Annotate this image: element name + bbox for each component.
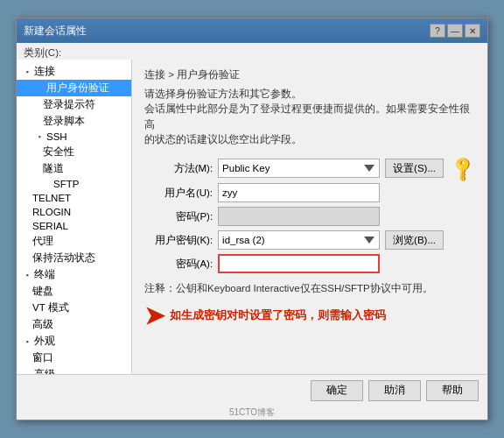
sidebar-label-sftp: SFTP — [53, 179, 79, 189]
main-dialog: 新建会话属性 ? — ✕ 类别(C): ▪ 连接 用户身份验证 登录提示符 — [16, 18, 488, 420]
help-footer-button[interactable]: 帮助 — [426, 380, 479, 401]
main-content: 连接 > 用户身份验证 请选择身份验证方法和其它参数。 会话属性中此部分是为了登… — [132, 60, 487, 374]
arrow-icon: ➤ — [144, 304, 164, 328]
password-row: 密码(P): — [144, 207, 475, 226]
sidebar-item-serial[interactable]: SERIAL — [17, 219, 131, 233]
sidebar-item-window[interactable]: 窗口 — [17, 350, 131, 366]
user-key-select[interactable]: id_rsa (2) — [218, 230, 380, 250]
sidebar-item-tunnel[interactable]: 隧道 — [17, 160, 131, 177]
title-bar-buttons: ? — ✕ — [430, 24, 480, 38]
sidebar-label-tunnel: 隧道 — [43, 162, 64, 175]
sidebar-label-keyboard: 键盘 — [32, 285, 53, 298]
sidebar-label-advanced-terminal: 高级 — [32, 318, 53, 331]
breadcrumb: 连接 > 用户身份验证 — [144, 68, 475, 81]
expand-icon-terminal: ▪ — [20, 271, 34, 279]
password-label: 密码(P): — [144, 210, 213, 223]
username-row: 用户名(U): — [144, 183, 475, 202]
sidebar-label-connect: 连接 — [34, 65, 55, 78]
cancel-button[interactable]: 助消 — [368, 380, 421, 401]
sidebar-item-keyboard[interactable]: 键盘 — [17, 283, 131, 300]
sidebar-item-proxy[interactable]: 代理 — [17, 233, 131, 250]
sidebar-item-telnet[interactable]: TELNET — [17, 191, 131, 205]
key-icon: 🔑 — [447, 153, 478, 184]
username-label: 用户名(U): — [144, 187, 213, 200]
sidebar-label-auth: 用户身份验证 — [46, 81, 109, 95]
dialog-body: ▪ 连接 用户身份验证 登录提示符 登录脚本 ▪ SSH 安全性 隧道 — [17, 60, 487, 374]
sidebar-label-terminal: 终端 — [34, 268, 55, 281]
sidebar-item-terminal[interactable]: ▪ 终端 — [17, 266, 131, 283]
close-button[interactable]: ✕ — [465, 24, 480, 38]
note: 注释：公钥和Keyboard Interactive仅在SSH/SFTP协议中可… — [144, 282, 475, 295]
sidebar-label-telnet: TELNET — [32, 193, 71, 203]
sidebar-item-auth[interactable]: 用户身份验证 — [17, 80, 131, 96]
title-bar: 新建会话属性 ? — ✕ — [17, 18, 487, 43]
passphrase-label: 密码(A): — [144, 258, 213, 271]
sidebar-label-appearance: 外观 — [34, 335, 55, 348]
sidebar-label-login-script: 登录脚本 — [43, 115, 85, 128]
sidebar-label-ssh: SSH — [46, 131, 67, 142]
dialog-title: 新建会话属性 — [24, 24, 87, 39]
sidebar-item-advanced-terminal[interactable]: 高级 — [17, 316, 131, 333]
expand-icon-ssh: ▪ — [32, 132, 46, 141]
sidebar-label-vt-mode: VT 模式 — [32, 301, 69, 314]
user-key-label: 用户密钥(K): — [144, 234, 213, 247]
hint-row: ➤ 如生成密钥对时设置了密码，则需输入密码 — [144, 307, 475, 328]
sidebar-item-advanced[interactable]: ▪ 高级 — [17, 366, 131, 374]
sidebar-label-proxy: 代理 — [32, 235, 53, 248]
hint-container: ➤ 如生成密钥对时设置了密码，则需输入密码 — [144, 307, 475, 328]
minimize-button[interactable]: — — [447, 24, 463, 38]
sidebar-item-keepalive[interactable]: 保持活动状态 — [17, 250, 131, 266]
sidebar: ▪ 连接 用户身份验证 登录提示符 登录脚本 ▪ SSH 安全性 隧道 — [17, 60, 132, 374]
sidebar-item-sftp[interactable]: SFTP — [17, 177, 131, 191]
form: 方法(M): Public Key 设置(S)... 🔑 用户名(U): — [144, 158, 475, 273]
category-label: 类别(C): — [17, 43, 487, 60]
sidebar-item-vt-mode[interactable]: VT 模式 — [17, 300, 131, 316]
passphrase-input[interactable] — [218, 254, 380, 273]
sidebar-item-ssh[interactable]: ▪ SSH — [17, 130, 131, 144]
method-select[interactable]: Public Key — [218, 159, 380, 178]
sidebar-item-security[interactable]: 安全性 — [17, 144, 131, 160]
sidebar-item-connect[interactable]: ▪ 连接 — [17, 63, 131, 80]
passphrase-row: 密码(A): — [144, 254, 475, 273]
ok-button[interactable]: 确定 — [311, 380, 363, 401]
key-icon-cell: 🔑 — [449, 158, 475, 179]
sidebar-label-window: 窗口 — [32, 351, 53, 364]
hint-text: 如生成密钥对时设置了密码，则需输入密码 — [170, 307, 386, 323]
desc-line2: 会话属性中此部分是为了登录过程更便捷而提供的。如果需要安全性很高 — [144, 102, 475, 132]
sidebar-item-rlogin[interactable]: RLOGIN — [17, 205, 131, 219]
help-button[interactable]: ? — [430, 24, 445, 38]
sidebar-item-appearance[interactable]: ▪ 外观 — [17, 333, 131, 350]
method-row: 方法(M): Public Key 设置(S)... 🔑 — [144, 158, 475, 179]
sidebar-label-serial: SERIAL — [32, 221, 68, 231]
expand-icon-appearance: ▪ — [20, 337, 34, 346]
desc-line3: 的状态的话建议以您空出此学段。 — [144, 132, 475, 147]
browse-button[interactable]: 浏览(B)... — [385, 230, 444, 250]
sidebar-label-keepalive: 保持活动状态 — [32, 251, 95, 265]
expand-icon-connect: ▪ — [20, 67, 34, 76]
description: 请选择身份验证方法和其它参数。 会话属性中此部分是为了登录过程更便捷而提供的。如… — [144, 87, 475, 147]
method-label: 方法(M): — [144, 162, 213, 175]
sidebar-label-security: 安全性 — [43, 145, 74, 159]
dialog-footer: 确定 助消 帮助 — [17, 374, 487, 406]
sidebar-label-rlogin: RLOGIN — [32, 207, 71, 217]
password-input[interactable] — [218, 207, 380, 226]
sidebar-item-login-prompt[interactable]: 登录提示符 — [17, 96, 131, 113]
user-key-row: 用户密钥(K): id_rsa (2) 浏览(B)... — [144, 230, 475, 250]
username-input[interactable] — [218, 183, 380, 202]
settings-button[interactable]: 设置(S)... — [385, 159, 444, 178]
sidebar-label-login-prompt: 登录提示符 — [43, 98, 95, 111]
watermark: 51CTO博客 — [17, 406, 487, 420]
sidebar-item-login-script[interactable]: 登录脚本 — [17, 113, 131, 130]
desc-line1: 请选择身份验证方法和其它参数。 — [144, 87, 475, 102]
sidebar-label-advanced: 高级 — [34, 368, 55, 374]
